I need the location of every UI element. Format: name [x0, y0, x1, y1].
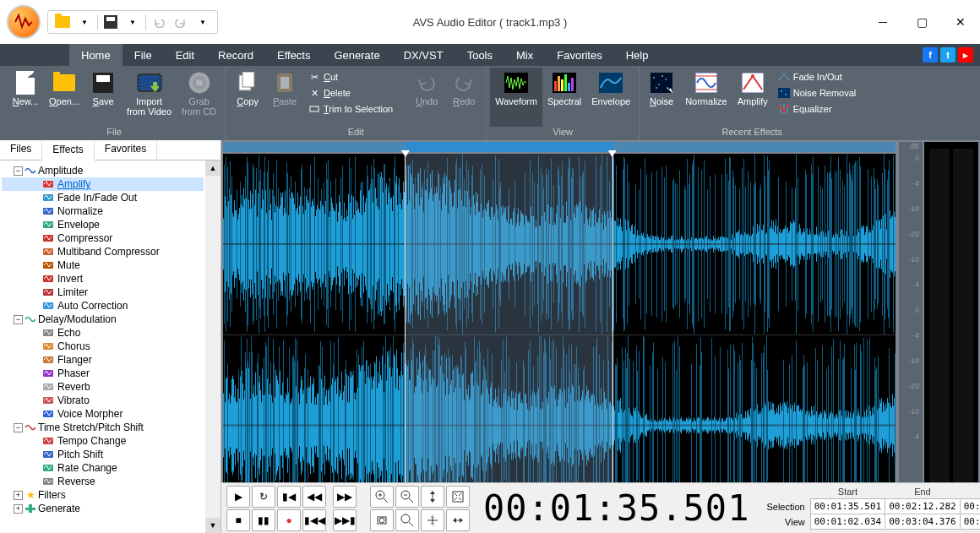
tree-item-echo[interactable]: Echo	[2, 326, 204, 340]
import-video-button[interactable]: Importfrom Video	[122, 68, 177, 127]
tree-item-mute[interactable]: Mute	[2, 258, 204, 272]
sidebar-tab-favorites[interactable]: Favorites	[95, 140, 157, 160]
selection-region[interactable]	[405, 154, 613, 516]
scroll-down-button[interactable]: ▼	[205, 518, 220, 533]
fade-effect-button[interactable]: Fade In/Out	[776, 69, 858, 84]
tree-item-tempo-change[interactable]: Tempo Change	[2, 434, 204, 448]
tree-item-fade-in-fade-out[interactable]: Fade In/Fade Out	[2, 191, 204, 204]
tree-item-voice-morpher[interactable]: Voice Morpher	[2, 407, 204, 421]
zoom-out-button[interactable]	[395, 486, 419, 508]
tree-item-vibrato[interactable]: Vibrato	[2, 394, 204, 407]
qat-customize-dropdown[interactable]: ▼	[193, 13, 212, 31]
copy-button[interactable]: Copy	[229, 68, 266, 127]
expander-icon[interactable]: −	[14, 166, 23, 176]
view-length-value[interactable]: 00:02:02.341	[960, 514, 980, 530]
menu-favorites[interactable]: Favorites	[545, 44, 613, 66]
expander-icon[interactable]: +	[14, 491, 23, 500]
waveform-display[interactable]	[223, 154, 896, 516]
tree-item-reverb[interactable]: Reverb	[2, 380, 204, 394]
tree-item-normalize[interactable]: Normalize	[2, 204, 204, 218]
normalize-effect-button[interactable]: Normalize	[680, 68, 732, 127]
sidebar-tab-files[interactable]: Files	[0, 140, 42, 160]
zoom-in-button[interactable]	[370, 486, 394, 508]
tree-item-invert[interactable]: Invert	[2, 272, 204, 286]
loop-button[interactable]: ↻	[252, 486, 275, 508]
tree-item-flanger[interactable]: Flanger	[2, 353, 204, 367]
goto-end-button[interactable]: ▶▶▮	[333, 509, 357, 531]
expander-icon[interactable]: −	[14, 315, 23, 324]
view-start-value[interactable]: 00:01:02.034	[810, 514, 885, 530]
scrollbar[interactable]: ▲ ▼	[205, 160, 220, 533]
scroll-up-button[interactable]: ▲	[205, 160, 220, 176]
noise-effect-button[interactable]: Noise	[643, 68, 680, 127]
selection-start-value[interactable]: 00:01:35.501	[810, 499, 885, 514]
cut-button[interactable]: ✂Cut	[307, 69, 395, 84]
selection-end-value[interactable]: 00:02:12.282	[885, 499, 960, 514]
minimize-button[interactable]: ─	[863, 9, 902, 35]
overview-timeline[interactable]	[223, 142, 896, 152]
close-button[interactable]: ✕	[941, 9, 980, 35]
prev-button[interactable]: ▮◀	[277, 486, 301, 508]
tree-group-filters[interactable]: +★Filters	[2, 488, 204, 502]
menu-edit[interactable]: Edit	[164, 44, 206, 66]
zoom-fit-button[interactable]	[446, 486, 470, 508]
expander-icon[interactable]: +	[14, 504, 23, 514]
facebook-icon[interactable]: f	[923, 47, 938, 63]
waveform-view-button[interactable]: Waveform	[490, 68, 542, 127]
zoom-vertical-out-button[interactable]	[421, 509, 444, 531]
view-end-value[interactable]: 00:03:04.376	[885, 514, 960, 530]
tree-group-delay[interactable]: −Delay/Modulation	[2, 313, 204, 326]
tree-item-amplify[interactable]: Amplify	[2, 177, 204, 191]
menu-effects[interactable]: Effects	[265, 44, 323, 66]
rewind-button[interactable]: ◀◀	[302, 486, 326, 508]
twitter-icon[interactable]: t	[940, 47, 956, 63]
record-button[interactable]: ●	[277, 509, 301, 531]
expander-icon[interactable]: −	[14, 423, 23, 432]
qat-open-button[interactable]	[53, 13, 72, 31]
stop-button[interactable]: ■	[226, 509, 250, 531]
effects-tree[interactable]: −AmplitudeAmplifyFade In/Fade OutNormali…	[0, 160, 220, 533]
menu-dxvst[interactable]: DX/VST	[392, 44, 455, 66]
new-button[interactable]: New...	[7, 68, 44, 127]
noise-removal-button[interactable]: Noise Removal	[776, 85, 858, 101]
menu-record[interactable]: Record	[206, 44, 265, 66]
sidebar-tab-effects[interactable]: Effects	[42, 141, 94, 160]
menu-generate[interactable]: Generate	[322, 44, 391, 66]
trim-button[interactable]: Trim to Selection	[307, 101, 395, 117]
tree-item-envelope[interactable]: Envelope	[2, 218, 204, 231]
tree-item-multiband-compressor[interactable]: Multiband Compressor	[2, 245, 204, 258]
maximize-button[interactable]: ▢	[902, 9, 941, 35]
amplify-effect-button[interactable]: Amplify	[732, 68, 773, 127]
delete-button[interactable]: ✕Delete	[307, 85, 395, 101]
tree-item-reverse[interactable]: Reverse	[2, 475, 204, 488]
equalizer-button[interactable]: Equalizer	[776, 101, 858, 117]
qat-undo-button[interactable]	[150, 13, 168, 31]
tree-item-auto-correction[interactable]: Auto Correction	[2, 299, 204, 313]
tree-item-chorus[interactable]: Chorus	[2, 340, 204, 353]
goto-start-button[interactable]: ▮◀◀	[302, 509, 326, 531]
qat-save-dropdown[interactable]: ▼	[123, 13, 142, 31]
tree-item-limiter[interactable]: Limiter	[2, 286, 204, 299]
tree-group-amplitude[interactable]: −Amplitude	[2, 164, 204, 177]
tree-item-rate-change[interactable]: Rate Change	[2, 461, 204, 475]
tree-item-compressor[interactable]: Compressor	[2, 231, 204, 245]
tree-group-generate[interactable]: +Generate	[2, 502, 204, 515]
qat-open-dropdown[interactable]: ▼	[75, 13, 94, 31]
zoom-reset-button[interactable]	[395, 509, 419, 531]
play-button[interactable]: ▶	[226, 486, 250, 508]
pause-button[interactable]: ▮▮	[252, 509, 275, 531]
menu-file[interactable]: File	[122, 44, 164, 66]
menu-help[interactable]: Help	[614, 44, 661, 66]
zoom-selection-button[interactable]	[370, 509, 394, 531]
forward-button[interactable]: ▶▶	[333, 486, 357, 508]
tree-item-phaser[interactable]: Phaser	[2, 367, 204, 380]
spectral-view-button[interactable]: Spectral	[542, 68, 586, 127]
app-logo[interactable]	[7, 5, 41, 39]
envelope-view-button[interactable]: Envelope	[586, 68, 635, 127]
qat-redo-button[interactable]	[172, 13, 190, 31]
menu-home[interactable]: Home	[69, 44, 122, 66]
selection-length-value[interactable]: 00:00:36.781	[960, 499, 980, 514]
youtube-icon[interactable]: ▸	[958, 47, 973, 63]
open-button[interactable]: Open...	[44, 68, 84, 127]
tree-group-time[interactable]: −Time Stretch/Pitch Shift	[2, 421, 204, 434]
